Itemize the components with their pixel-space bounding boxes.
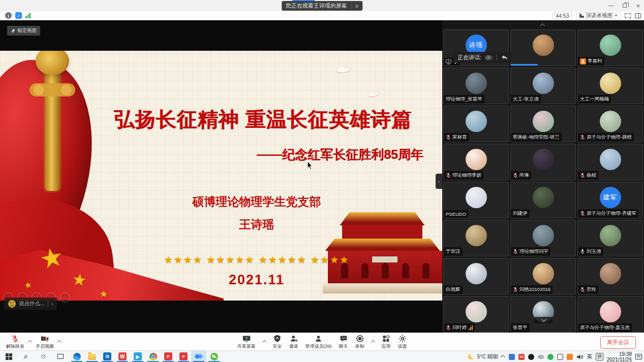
taskbar-red-app-icon[interactable]: P (161, 351, 176, 362)
tray-security-icon[interactable] (547, 354, 554, 360)
tray-volume-icon[interactable] (576, 354, 583, 360)
ime-language-indicator[interactable]: 英 (587, 353, 592, 360)
chat-button[interactable]: 聊天 (337, 333, 350, 351)
close-button[interactable]: × (636, 3, 640, 9)
participant-name: 问艳22102016 (519, 286, 550, 293)
tray-cloud-icon[interactable] (538, 355, 544, 359)
ime-pinyin-indicator[interactable]: 拼 (596, 353, 603, 360)
lock-view-button[interactable]: 锁定画面 (7, 26, 40, 36)
search-button[interactable]: ⌕ (17, 351, 35, 362)
taskbar-file-explorer-icon[interactable] (84, 351, 100, 362)
action-center-icon[interactable] (635, 354, 642, 359)
participant-tile[interactable]: 李星利 (577, 29, 643, 66)
cortana-button[interactable]: ○ (35, 351, 52, 362)
participant-tile[interactable]: 大工-张立强 (510, 68, 576, 104)
view-mode-selector[interactable]: 演讲者视图 (576, 12, 621, 19)
unmute-button[interactable]: 解除静音 (4, 333, 26, 351)
windows-taskbar: ⌕ ○ ⊞ W ▶ P P 5°C 晴朗 W 英 拼 19:38 2021/11… (0, 350, 644, 362)
mic-muted-icon (580, 287, 585, 292)
tray-blue-app-icon[interactable] (509, 354, 515, 360)
weather-label[interactable]: 5°C 晴朗 (477, 353, 499, 360)
slide-star-row: ★★★★ ★★★★★ ★★★★★ ★★★★ (152, 254, 361, 266)
share-screen-button[interactable]: 共享屏幕 (235, 333, 257, 351)
quick-chat-bar[interactable]: 说点什么... ‹ (4, 298, 57, 310)
taskbar-wps-icon[interactable]: W (115, 351, 130, 362)
participant-tile[interactable]: 张晋平 (510, 296, 576, 333)
leave-meeting-button[interactable]: 离开会议 (600, 336, 636, 349)
tray-expand-icon[interactable] (500, 355, 505, 360)
participant-name-label: 理论物理李妍 (444, 171, 483, 180)
participant-tile[interactable]: 理论物理_张慧琴 (443, 68, 509, 104)
record-options-caret[interactable] (371, 340, 375, 344)
participant-tile[interactable]: PSEUDO (443, 182, 509, 218)
participant-tile[interactable]: 尚琳 (510, 144, 576, 180)
panel-collapse-handle[interactable]: ‹ (436, 174, 442, 189)
apps-grid-icon (382, 335, 390, 343)
view-layout-icon (579, 14, 584, 18)
mic-muted-icon (446, 325, 451, 331)
restore-button[interactable] (623, 4, 627, 8)
taskbar-store-icon[interactable]: ⊞ (100, 351, 115, 362)
meeting-info-icon[interactable]: i (5, 12, 12, 19)
taskbar-meeting-app-icon[interactable] (191, 351, 206, 362)
meeting-protect-icon[interactable]: ✓ (15, 12, 22, 19)
taskbar-clock[interactable]: 19:38 2021/11/25 (607, 351, 632, 362)
presentation-slide: ★ ★ ★ ★ 弘扬长征精神 重温长征英雄诗篇 ——纪念红军长征胜利85周年 硕… (0, 51, 442, 301)
participant-tile[interactable]: 理论物理李妍 (443, 144, 509, 180)
side-panel-toggle-icon[interactable] (635, 13, 641, 18)
tray-qq-icon[interactable] (528, 354, 534, 360)
record-button[interactable]: 录制 (353, 333, 366, 351)
emoji-icon[interactable] (8, 300, 16, 308)
mouse-cursor (307, 161, 313, 170)
scroll-up-button[interactable] (536, 22, 551, 28)
participant-tile[interactable]: 刘建伊 (510, 182, 576, 218)
task-view-button[interactable] (52, 351, 69, 362)
video-options-caret[interactable] (57, 340, 62, 344)
participant-tile[interactable]: 乔玲 (577, 258, 643, 294)
taskbar-chrome-icon[interactable] (145, 351, 161, 362)
apps-button[interactable]: 应用 (380, 333, 393, 351)
security-button[interactable]: 安全 (270, 333, 284, 351)
participant-tile[interactable]: 问叶婷 (443, 296, 509, 333)
tray-display-icon[interactable] (557, 354, 563, 360)
participant-tile[interactable]: 郭美岐-物理学院-研三 (510, 106, 576, 142)
taskbar-red-app2-icon[interactable]: P (176, 351, 191, 362)
invite-button[interactable]: 邀请 (287, 333, 300, 351)
start-button[interactable] (0, 351, 17, 362)
taskbar-wechat-icon[interactable] (206, 351, 222, 362)
chat-collapse-icon[interactable]: ‹ (51, 301, 53, 307)
manage-members-button[interactable]: 管理成员(39) (303, 333, 333, 351)
reply-arrow-icon[interactable] (501, 55, 508, 60)
minimize-button[interactable] (608, 6, 614, 6)
taskbar-edge-icon[interactable] (69, 351, 84, 362)
settings-button[interactable]: 设置 (396, 333, 409, 351)
participant-tile[interactable]: 大工一周楠楠 (577, 68, 643, 104)
participant-tile[interactable]: 刘玉强 (577, 220, 643, 256)
participant-tile[interactable]: 宋林育 (443, 106, 509, 142)
scroll-down-button[interactable] (534, 317, 553, 323)
participant-tile[interactable]: 于宗汉 (443, 220, 509, 256)
taskbar-blue-app-icon[interactable]: ▶ (130, 351, 145, 362)
participant-tile[interactable]: 问艳22102016 (510, 258, 576, 294)
participant-tile[interactable]: 原子与分子物理-薛程 (577, 106, 643, 142)
participant-name-label: 郭美岐-物理学院-研三 (511, 133, 562, 142)
tray-orange-app-icon[interactable] (567, 354, 573, 360)
fullscreen-icon[interactable] (625, 13, 631, 18)
mic-muted-icon (580, 211, 585, 216)
start-video-button[interactable]: 开启视频 (34, 333, 56, 351)
share-options-caret[interactable] (262, 340, 266, 344)
participant-tile[interactable]: 建军原子与分子物理-齐建军 (577, 182, 643, 218)
participant-tile[interactable]: 杨桢 (577, 144, 643, 180)
apps-label: 应用 (382, 343, 391, 350)
participant-tile[interactable] (510, 29, 576, 66)
participant-tile[interactable]: 理论物理问宇 (510, 220, 576, 256)
more-icon[interactable]: ⋯ (60, 292, 70, 303)
chat-placeholder[interactable]: 说点什么... (19, 300, 45, 307)
speaking-indicator: 正在讲话: (453, 52, 512, 63)
mic-muted-icon (580, 173, 585, 178)
mic-options-caret[interactable] (28, 340, 32, 344)
weather-moon-icon[interactable] (468, 354, 474, 359)
banner-menu-icon[interactable]: ≡ (351, 3, 358, 9)
participant-tile[interactable]: 原子与分子物理-庞玉杰 (577, 296, 643, 333)
participant-tile[interactable]: 白旭辉 (443, 258, 509, 294)
